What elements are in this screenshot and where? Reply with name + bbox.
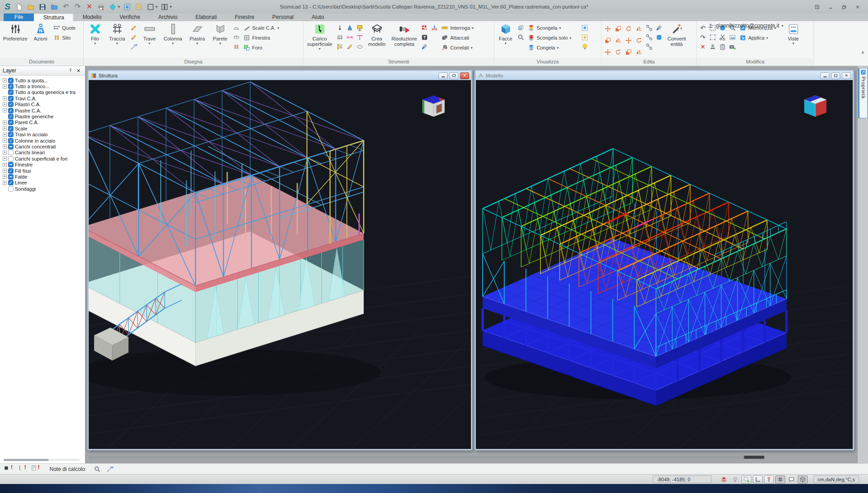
zoom-button[interactable]: [516, 33, 525, 41]
layer-visibility-checkbox[interactable]: [8, 102, 14, 107]
block-button[interactable]: [655, 33, 664, 41]
ortho-toggle[interactable]: [764, 475, 774, 484]
paint-check-button[interactable]: [420, 42, 429, 51]
finestra-button[interactable]: Finestra: [242, 33, 285, 42]
visibility-status-button[interactable]: [730, 475, 740, 484]
layer-visibility-checkbox[interactable]: [8, 180, 14, 185]
ellipse-button[interactable]: [355, 42, 364, 51]
trave-button[interactable]: Trave▾: [139, 22, 160, 57]
preferenze-button[interactable]: Preferenze: [1, 22, 29, 57]
layer-visibility-checkbox[interactable]: [8, 126, 14, 131]
congela-button[interactable]: Congela▾: [526, 43, 579, 52]
account-menu[interactable]: giannibizzotto@concrete.it ▾: [708, 22, 783, 29]
align-tool-button[interactable]: [624, 35, 633, 45]
layer-visibility-checkbox[interactable]: [8, 96, 14, 101]
tree-expander-icon[interactable]: +: [3, 96, 7, 100]
undo-edit-button[interactable]: ↶: [698, 23, 707, 32]
tree-expander-icon[interactable]: +: [3, 108, 7, 112]
menu-tab[interactable]: Finestre: [226, 13, 263, 21]
copy-tool-button[interactable]: [613, 23, 623, 34]
layer-item[interactable]: + Tutto a quota...: [2, 77, 85, 83]
mirror-tool-button[interactable]: [613, 35, 623, 45]
piastra-button[interactable]: Piastra▾: [186, 22, 208, 57]
paste-button[interactable]: [718, 42, 727, 51]
select-visible-yellow-button[interactable]: [580, 33, 589, 41]
scrollbar-thumb[interactable]: [89, 456, 744, 459]
chain-button[interactable]: [645, 33, 654, 41]
layer-item[interactable]: + Fili fissi: [2, 168, 85, 174]
layer-visibility-checkbox[interactable]: [8, 132, 14, 137]
tree-expander-icon[interactable]: +: [3, 85, 7, 89]
layer-visibility-checkbox[interactable]: [8, 108, 14, 113]
timber-columns-button[interactable]: [232, 42, 241, 51]
add-selection-toggle[interactable]: [741, 475, 751, 484]
scrollbar-thumb[interactable]: [4, 459, 49, 461]
move-tool-button[interactable]: [603, 23, 613, 34]
carico-superficiale-button[interactable]: Carico superficiale▾: [305, 22, 335, 57]
layer-visibility-checkbox[interactable]: [8, 78, 14, 83]
open-project-button[interactable]: [50, 2, 59, 12]
copy-base-tool-button[interactable]: [603, 35, 613, 45]
struttura-minimize-button[interactable]: [439, 72, 448, 79]
snapshot-button[interactable]: [728, 42, 737, 51]
layer-item[interactable]: + Pareti C.A.: [2, 120, 85, 125]
close-button[interactable]: [852, 2, 863, 11]
trim-tool-button[interactable]: [624, 47, 633, 57]
minimize-button[interactable]: [825, 2, 836, 11]
pencil-draw-button[interactable]: [129, 23, 138, 32]
layer-item[interactable]: + Travi in acciaio: [2, 132, 85, 138]
sito-button[interactable]: Sito: [52, 33, 81, 42]
converti-entita-button[interactable]: Converti entità: [665, 22, 689, 57]
tile-windows-button[interactable]: [160, 2, 169, 12]
struttura-3d-viewport[interactable]: [89, 80, 471, 449]
menu-tab[interactable]: File: [4, 13, 34, 21]
parete-button[interactable]: Parete▾: [209, 22, 231, 57]
horizontal-scrollbar[interactable]: [89, 456, 764, 459]
close-panel-icon[interactable]: ✕: [75, 68, 82, 74]
tree-expander-icon[interactable]: +: [3, 139, 7, 143]
snap-mode-button[interactable]: [108, 2, 118, 12]
cone-support-button[interactable]: [345, 23, 354, 32]
layer-item[interactable]: + Carichi concentrati: [2, 143, 85, 149]
redo-edit-button[interactable]: ↷: [698, 33, 707, 41]
freeze-selection-blue-button[interactable]: [122, 2, 132, 12]
tree-expander-icon[interactable]: +: [3, 157, 7, 161]
tree-expander-icon[interactable]: +: [3, 163, 7, 167]
layer-item[interactable]: + Travi C.A.: [2, 95, 85, 101]
pencil-label-button[interactable]: [129, 42, 138, 51]
qat-more-button[interactable]: ▾: [170, 4, 172, 9]
modello-3d-viewport[interactable]: [476, 80, 853, 449]
scongela-button[interactable]: Scongela▾: [526, 23, 579, 32]
view-box-button[interactable]: [516, 23, 525, 32]
struttura-window-titlebar[interactable]: Struttura ✕: [89, 71, 471, 80]
layer-visibility-checkbox[interactable]: [8, 84, 14, 89]
canopy-button[interactable]: [232, 33, 241, 41]
tree-expander-icon[interactable]: +: [3, 144, 7, 148]
layer-visibility-checkbox[interactable]: [8, 120, 14, 125]
struttura-close-button[interactable]: ✕: [460, 72, 469, 79]
pin-panel-icon[interactable]: [66, 68, 75, 74]
pencil-edit-button[interactable]: [129, 33, 138, 41]
layer-panel-scrollbar[interactable]: [4, 459, 80, 461]
select-visible-blue-button[interactable]: [580, 23, 589, 32]
stamp-button[interactable]: [708, 42, 717, 51]
delete-edit-button[interactable]: ✕: [698, 42, 707, 51]
match-properties-button[interactable]: [655, 23, 664, 32]
tooltip-toggle[interactable]: [787, 475, 796, 484]
layers-status-icon[interactable]: [719, 475, 729, 484]
axes-toggle[interactable]: [753, 475, 763, 484]
rotate-ref-tool-button[interactable]: [634, 35, 644, 45]
layer-visibility-checkbox[interactable]: [8, 174, 14, 179]
modello-minimize-button[interactable]: [820, 72, 829, 79]
layer-item[interactable]: + Carichi superficiali e fori: [2, 156, 85, 161]
new-document-button[interactable]: [14, 2, 24, 12]
filo-button[interactable]: Filo▾: [85, 22, 105, 57]
sketch-button[interactable]: [345, 42, 354, 51]
modello-close-button[interactable]: ✕: [842, 72, 851, 79]
link-constraint-button[interactable]: [345, 33, 354, 41]
layer-item[interactable]: + Linee: [2, 180, 85, 186]
cut-button[interactable]: [718, 33, 727, 41]
colonna-button[interactable]: Colonna▾: [161, 22, 185, 57]
grid-toggle[interactable]: [775, 475, 785, 484]
select-crossing-button[interactable]: [708, 33, 717, 41]
